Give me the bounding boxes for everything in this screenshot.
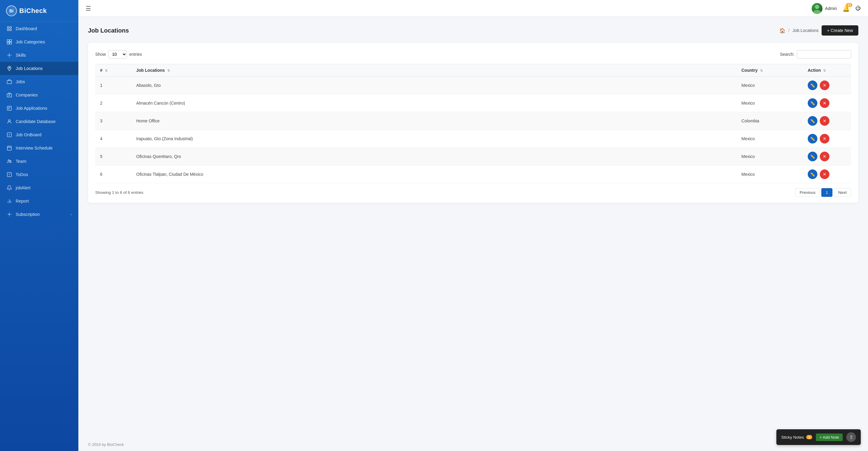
sidebar-item-todos[interactable]: ToDos — [0, 168, 79, 181]
sidebar-item-jobs[interactable]: Jobs — [0, 75, 79, 88]
create-new-button[interactable]: + Create New — [822, 25, 858, 36]
cell-num: 6 — [95, 166, 131, 183]
svg-point-26 — [813, 10, 821, 14]
edit-button[interactable]: ✏️ — [808, 116, 817, 126]
table-footer: Showing 1 to 6 of 6 entries Previous 1 N… — [95, 188, 851, 197]
svg-rect-8 — [7, 42, 9, 44]
entries-label: entries — [129, 52, 142, 57]
data-table: # ⇅ Job Locations ⇅ Country ⇅ Action ⇅ — [95, 64, 851, 183]
sidebar-item-interview-schedule[interactable]: Interview Schedule — [0, 141, 79, 155]
svg-rect-12 — [7, 81, 12, 84]
cell-country: Colombia — [737, 112, 803, 130]
delete-button[interactable]: ✕ — [820, 98, 830, 108]
cell-action: ✏️✕ — [803, 77, 851, 94]
col-header-num: # ⇅ — [95, 64, 131, 77]
page-1-button[interactable]: 1 — [821, 188, 833, 197]
cell-country: Mexico — [737, 94, 803, 112]
svg-rect-5 — [10, 29, 11, 31]
sidebar-item-job-categories[interactable]: Job Categories — [0, 35, 79, 49]
admin-label: Admin — [825, 6, 837, 11]
table-row: 5Oficinas Querétaro, QroMexico✏️✕ — [95, 148, 851, 166]
sidebar-item-job-locations[interactable]: Job Locations — [0, 62, 79, 75]
table-row: 2Almacén Cancún (Centro)Mexico✏️✕ — [95, 94, 851, 112]
nav-label-subscription: Subscription — [16, 212, 40, 217]
sidebar-item-report[interactable]: Report — [0, 194, 79, 208]
main-area: ☰ Admin 🔔 13 ⏻ Job Locations 🏠 / Job L — [79, 0, 868, 451]
nav-label-job-categories: Job Categories — [16, 39, 45, 44]
cell-num: 2 — [95, 94, 131, 112]
sidebar-item-candidate-database[interactable]: Candidate Database — [0, 115, 79, 128]
sidebar-logo[interactable]: Bi BiCheck — [0, 0, 79, 22]
cell-country: Mexico — [737, 166, 803, 183]
page-footer: © 2024 by BioCheck — [79, 438, 868, 451]
svg-point-11 — [9, 67, 10, 68]
col-header-action: Action ⇅ — [803, 64, 851, 77]
home-breadcrumb[interactable]: 🏠 — [779, 28, 785, 33]
sidebar-item-skills[interactable]: Skills — [0, 49, 79, 62]
edit-button[interactable]: ✏️ — [808, 81, 817, 90]
cell-location: Almacén Cancún (Centro) — [131, 94, 737, 112]
entries-select[interactable]: 10 25 50 100 — [108, 50, 127, 59]
svg-point-15 — [8, 120, 10, 121]
edit-button[interactable]: ✏️ — [808, 170, 817, 179]
cell-action: ✏️✕ — [803, 94, 851, 112]
delete-button[interactable]: ✕ — [820, 152, 830, 161]
svg-point-24 — [9, 214, 10, 215]
svg-point-25 — [815, 5, 819, 9]
previous-button[interactable]: Previous — [795, 188, 820, 197]
nav-label-candidate-database: Candidate Database — [16, 119, 56, 124]
sidebar: Bi BiCheck Dashboard Job Categories Skil… — [0, 0, 79, 451]
search-input[interactable] — [797, 50, 851, 59]
delete-button[interactable]: ✕ — [820, 81, 830, 90]
power-icon[interactable]: ⏻ — [855, 5, 861, 11]
sort-icon-location: ⇅ — [167, 69, 170, 72]
sidebar-item-job-applications[interactable]: Job Applications — [0, 101, 79, 115]
subscription-arrow: ‹ — [70, 212, 72, 216]
sidebar-item-dashboard[interactable]: Dashboard — [0, 22, 79, 35]
notification-bell[interactable]: 🔔 13 — [842, 5, 850, 12]
svg-rect-7 — [10, 40, 12, 42]
add-note-button[interactable]: + Add Note — [816, 433, 843, 441]
nav-label-companies: Companies — [16, 93, 38, 97]
topbar-right: Admin 🔔 13 ⏻ — [812, 3, 861, 14]
notification-badge: 13 — [846, 3, 852, 7]
table-header: # ⇅ Job Locations ⇅ Country ⇅ Action ⇅ — [95, 64, 851, 77]
delete-button[interactable]: ✕ — [820, 134, 830, 144]
nav-label-dashboard: Dashboard — [16, 26, 37, 31]
nav-label-report: Report — [16, 199, 29, 204]
edit-button[interactable]: ✏️ — [808, 134, 817, 144]
cell-location: Oficinas Querétaro, Qro — [131, 148, 737, 166]
table-body: 1Abasolo, GtoMexico✏️✕2Almacén Cancún (C… — [95, 77, 851, 183]
nav-label-job-alert: jobAlert — [16, 185, 30, 190]
scroll-top-button[interactable]: ⇧ — [846, 432, 856, 442]
breadcrumb: 🏠 / Job Locations + Create New — [779, 25, 858, 36]
svg-point-10 — [9, 55, 10, 56]
cell-action: ✏️✕ — [803, 130, 851, 148]
sidebar-item-companies[interactable]: Companies — [0, 88, 79, 101]
copyright-text: © 2024 by BioCheck — [88, 442, 124, 447]
hamburger-icon[interactable]: ☰ — [86, 5, 91, 12]
content-area: Job Locations 🏠 / Job Locations + Create… — [79, 17, 868, 438]
svg-point-18 — [8, 160, 10, 161]
sidebar-item-job-alert[interactable]: jobAlert — [0, 181, 79, 194]
sidebar-item-team[interactable]: Team — [0, 155, 79, 168]
sticky-notes-bar: Sticky Notes 1 + Add Note ⇧ — [776, 429, 861, 445]
edit-button[interactable]: ✏️ — [808, 152, 817, 161]
next-button[interactable]: Next — [834, 188, 851, 197]
breadcrumb-current: Job Locations — [793, 28, 818, 33]
cell-num: 4 — [95, 130, 131, 148]
svg-rect-17 — [7, 146, 11, 150]
sidebar-item-job-onboard[interactable]: Job OnBoard — [0, 128, 79, 141]
delete-button[interactable]: ✕ — [820, 170, 830, 179]
nav-label-interview-schedule: Interview Schedule — [16, 146, 53, 150]
user-profile[interactable]: Admin — [812, 3, 837, 14]
pagination: Previous 1 Next — [795, 188, 851, 197]
nav-label-team: Team — [16, 159, 26, 164]
svg-text:Bi: Bi — [9, 8, 13, 13]
cell-num: 1 — [95, 77, 131, 94]
sidebar-item-subscription[interactable]: Subscription ‹ — [0, 208, 79, 221]
search-label: Search: — [780, 52, 795, 57]
edit-button[interactable]: ✏️ — [808, 98, 817, 108]
delete-button[interactable]: ✕ — [820, 116, 830, 126]
cell-num: 3 — [95, 112, 131, 130]
